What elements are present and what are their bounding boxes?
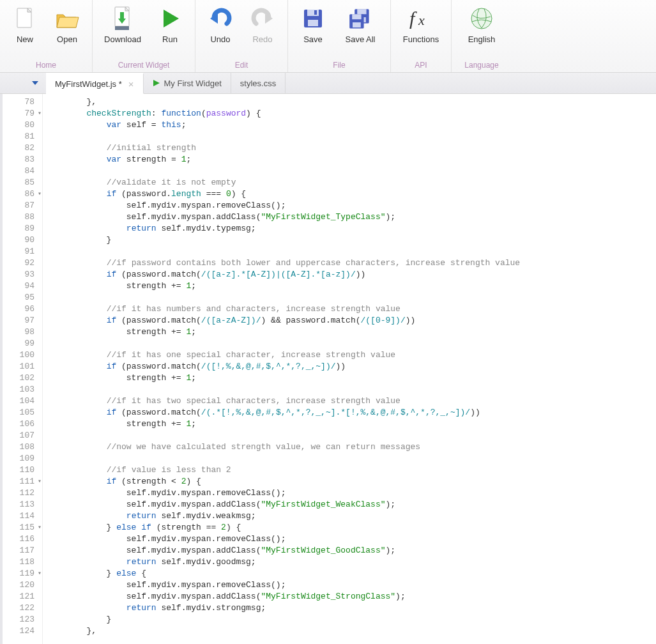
code-line[interactable]: if (password.length === 0) { [47, 188, 656, 200]
code-line[interactable]: strength += 1; [47, 372, 656, 384]
run-button[interactable]: Run [149, 3, 191, 44]
line-number[interactable]: 118 [3, 556, 42, 568]
line-number[interactable]: 96 [3, 303, 42, 315]
download-button[interactable]: Download [96, 3, 149, 44]
line-number[interactable]: 110 [3, 464, 42, 476]
line-number[interactable]: 79 [3, 108, 42, 119]
line-number[interactable]: 123 [3, 614, 42, 625]
line-number[interactable]: 106 [3, 418, 42, 430]
code-line[interactable]: var strength = 1; [47, 154, 656, 165]
code-line[interactable]: //if it has numbers and characters, incr… [47, 303, 656, 315]
line-number[interactable]: 101 [3, 361, 42, 372]
code-line[interactable] [47, 338, 656, 349]
line-number[interactable]: 104 [3, 395, 42, 407]
line-number[interactable]: 102 [3, 372, 42, 384]
code-line[interactable]: } [47, 234, 656, 246]
code-line[interactable]: return self.mydiv.weakmsg; [47, 510, 656, 522]
code-line[interactable]: //if password contains both lower and up… [47, 257, 656, 269]
line-number[interactable]: 86 [3, 188, 42, 200]
line-number[interactable]: 90 [3, 234, 42, 246]
code-line[interactable] [47, 430, 656, 441]
code-line[interactable]: } else { [47, 568, 656, 579]
line-number[interactable]: 95 [3, 292, 42, 303]
code-line[interactable] [47, 246, 656, 257]
code-line[interactable]: strength += 1; [47, 326, 656, 338]
code-line[interactable]: //validate it is not empty [47, 177, 656, 188]
code-line[interactable] [47, 384, 656, 395]
line-number[interactable]: 78 [3, 96, 42, 108]
code-line[interactable]: if (strength < 2) { [47, 476, 656, 487]
code-line[interactable]: self.mydiv.myspan.removeClass(); [47, 579, 656, 591]
line-number[interactable]: 105 [3, 407, 42, 418]
code-line[interactable]: if (password.match(/([a-zA-Z])/) && pass… [47, 315, 656, 326]
line-number[interactable]: 120 [3, 579, 42, 591]
code-line[interactable]: self.mydiv.myspan.removeClass(); [47, 533, 656, 545]
code-line[interactable]: return self.mydiv.strongmsg; [47, 602, 656, 614]
code-line[interactable]: self.mydiv.myspan.addClass("MyFirstWidge… [47, 591, 656, 602]
line-gutter[interactable]: 7879808182838485868788899091929394959697… [3, 94, 43, 644]
code-line[interactable]: self.mydiv.myspan.addClass("MyFirstWidge… [47, 545, 656, 556]
code-line[interactable]: }, [47, 625, 656, 637]
line-number[interactable]: 91 [3, 246, 42, 257]
code-line[interactable]: return self.mydiv.goodmsg; [47, 556, 656, 568]
line-number[interactable]: 82 [3, 142, 42, 154]
line-number[interactable]: 94 [3, 280, 42, 292]
code-line[interactable] [47, 131, 656, 142]
line-number[interactable]: 115 [3, 522, 42, 533]
code-line[interactable]: var self = this; [47, 119, 656, 131]
code-line[interactable]: self.mydiv.myspan.removeClass(); [47, 200, 656, 211]
line-number[interactable]: 124 [3, 625, 42, 637]
save-button[interactable]: Save [292, 3, 334, 44]
tab-my-first-widget[interactable]: My First Widget [144, 73, 231, 93]
saveall-button[interactable]: Save All [334, 3, 386, 44]
line-number[interactable]: 89 [3, 223, 42, 234]
code-line[interactable]: //now we have calculated strength value,… [47, 441, 656, 453]
line-number[interactable]: 87 [3, 200, 42, 211]
code-line[interactable]: strength += 1; [47, 418, 656, 430]
close-icon[interactable]: × [128, 79, 134, 89]
code-line[interactable]: if (password.match(/([!,%,&,@,#,$,^,*,?,… [47, 361, 656, 372]
line-number[interactable]: 108 [3, 441, 42, 453]
undo-button[interactable]: Undo [199, 3, 241, 44]
code-line[interactable]: //if it has one special character, incre… [47, 349, 656, 361]
code-line[interactable]: checkStrength: function(password) { [47, 108, 656, 119]
tab-myfirstwidget-js-[interactable]: MyFirstWidget.js *× [46, 73, 144, 94]
code-line[interactable]: //if value is less than 2 [47, 464, 656, 476]
line-number[interactable]: 119 [3, 568, 42, 579]
code-line[interactable]: if (password.match(/(.*[!,%,&,@,#,$,^,*,… [47, 407, 656, 418]
line-number[interactable]: 116 [3, 533, 42, 545]
code-line[interactable]: if (password.match(/([a-z].*[A-Z])|([A-Z… [47, 269, 656, 280]
line-number[interactable]: 85 [3, 177, 42, 188]
line-number[interactable]: 109 [3, 453, 42, 464]
line-number[interactable]: 93 [3, 269, 42, 280]
line-number[interactable]: 80 [3, 119, 42, 131]
line-number[interactable]: 97 [3, 315, 42, 326]
code-area[interactable]: }, checkStrength: function(password) { v… [43, 94, 656, 644]
line-number[interactable]: 122 [3, 602, 42, 614]
line-number[interactable]: 88 [3, 211, 42, 223]
line-number[interactable]: 100 [3, 349, 42, 361]
line-number[interactable]: 99 [3, 338, 42, 349]
line-number[interactable]: 121 [3, 591, 42, 602]
line-number[interactable]: 92 [3, 257, 42, 269]
line-number[interactable]: 111 [3, 476, 42, 487]
redo-button[interactable]: Redo [241, 3, 284, 44]
code-line[interactable]: } [47, 614, 656, 625]
code-line[interactable] [47, 165, 656, 177]
line-number[interactable]: 98 [3, 326, 42, 338]
code-line[interactable]: }, [47, 96, 656, 108]
code-line[interactable]: self.mydiv.myspan.removeClass(); [47, 487, 656, 499]
code-line[interactable] [47, 292, 656, 303]
tab-styles-css[interactable]: styles.css [231, 73, 286, 93]
line-number[interactable]: 113 [3, 499, 42, 510]
code-line[interactable]: return self.mydiv.typemsg; [47, 223, 656, 234]
line-number[interactable]: 107 [3, 430, 42, 441]
line-number[interactable]: 81 [3, 131, 42, 142]
code-line[interactable]: } else if (strength == 2) { [47, 522, 656, 533]
tab-dropdown[interactable] [0, 73, 46, 93]
line-number[interactable]: 117 [3, 545, 42, 556]
code-line[interactable] [47, 453, 656, 464]
code-line[interactable]: //if it has two special characters, incr… [47, 395, 656, 407]
open-button[interactable]: Open [46, 3, 88, 44]
code-line[interactable]: self.mydiv.myspan.addClass("MyFirstWidge… [47, 211, 656, 223]
